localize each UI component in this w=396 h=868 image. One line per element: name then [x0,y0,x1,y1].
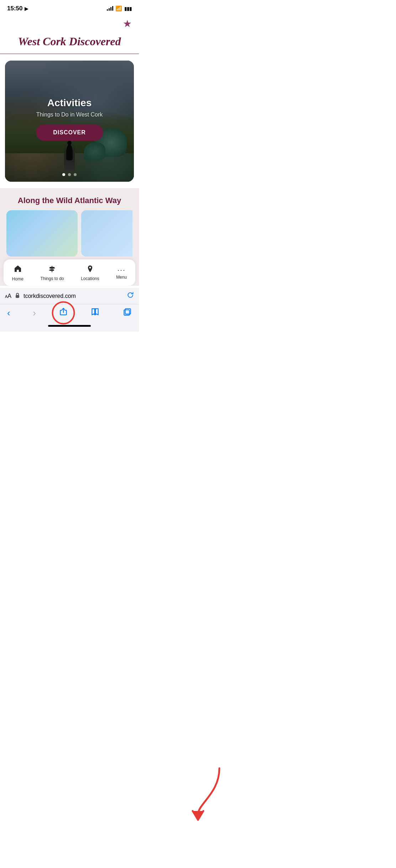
forward-button[interactable]: › [33,308,36,317]
title-divider [0,53,139,54]
menu-label: Menu [116,275,127,280]
tabs-button[interactable] [123,308,132,319]
favorite-star-icon[interactable]: ★ [123,18,132,30]
things-label: Things to do [40,276,64,281]
status-bar: 15:50 ▶ 📶 ▮▮▮ [0,0,139,14]
hero-content: Activities Things to Do in West Cork DIS… [18,97,121,141]
home-label: Home [12,277,24,281]
home-icon [14,264,22,275]
svg-marker-2 [54,268,55,269]
svg-rect-1 [50,267,54,269]
discover-button[interactable]: DISCOVER [36,124,103,141]
slider-dots [62,173,77,176]
svg-rect-3 [50,269,54,271]
status-time: 15:50 ▶ [7,5,28,12]
svg-marker-4 [49,270,50,271]
svg-rect-6 [16,295,19,298]
svg-point-5 [89,267,91,269]
share-button-wrapper [59,307,68,319]
bookmarks-button[interactable] [90,307,100,319]
dot-3[interactable] [74,173,77,176]
svg-rect-0 [52,266,52,272]
dot-2[interactable] [68,173,71,176]
safari-aa-button[interactable]: AA [5,293,11,299]
bottom-nav: Home Things to do [4,259,135,286]
things-icon [48,265,56,275]
nav-wrapper: Home Things to do [0,257,139,286]
share-button[interactable] [59,307,68,319]
hero-subtitle: Things to Do in West Cork [18,112,121,118]
nav-item-home[interactable]: Home [8,263,28,283]
header: ★ [0,14,139,33]
card-1[interactable] [6,210,78,257]
wild-atlantic-section: Along the Wild Atlantic Way [0,188,139,257]
menu-dots-icon: ··· [118,266,126,273]
card-2[interactable] [81,210,132,257]
signal-bars [107,6,113,11]
back-button[interactable]: ‹ [7,308,10,317]
nav-item-menu[interactable]: ··· Menu [112,265,131,281]
locations-label: Locations [81,276,99,281]
safari-address-bar: AA tcorkdiscovered.com [0,288,139,304]
safari-reload-button[interactable] [127,291,134,300]
battery-icon: ▮▮▮ [124,6,132,11]
app-title: West Cork Discovered [0,33,139,53]
nav-item-locations[interactable]: Locations [77,263,103,283]
safari-lock-icon [15,293,20,299]
hero-title: Activities [18,97,121,109]
nav-item-things[interactable]: Things to do [36,263,68,283]
home-indicator [0,322,139,332]
hero-slider[interactable]: Activities Things to Do in West Cork DIS… [5,61,134,182]
location-icon: ▶ [25,6,28,11]
status-icons: 📶 ▮▮▮ [107,5,132,12]
locations-icon [86,265,94,275]
safari-url[interactable]: tcorkdiscovered.com [24,293,123,299]
home-bar [48,325,91,327]
section-title: Along the Wild Atlantic Way [6,196,132,205]
wifi-icon: 📶 [115,5,122,12]
safari-toolbar: ‹ › [0,304,139,322]
dot-1[interactable] [62,173,65,176]
cards-row [6,210,132,257]
